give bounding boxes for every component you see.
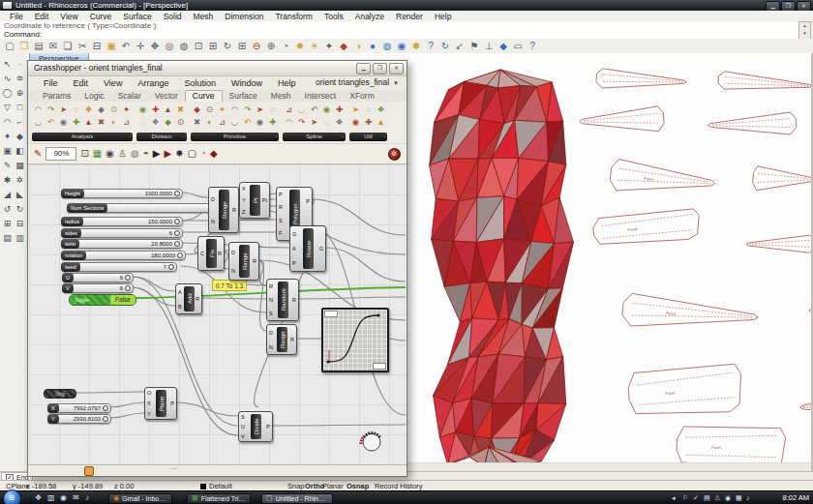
slider-seed[interactable]: seed7 [61, 262, 177, 272]
mesh-tower[interactable] [430, 70, 574, 468]
lock-icon[interactable]: ✦ [322, 40, 336, 53]
start-button[interactable]: ⊞ [3, 489, 21, 504]
menu-mesh[interactable]: Mesh [188, 12, 220, 21]
shade-icon[interactable]: ◔ [279, 40, 292, 53]
side-tool-icon-4[interactable]: ◯ [1, 86, 14, 101]
menu-tools[interactable]: Tools [318, 12, 349, 21]
curve-tool-icon[interactable]: ↷ [45, 104, 57, 116]
tab-vector[interactable]: Vector [148, 91, 185, 102]
taskbar-clock[interactable]: 8:02 AM [782, 491, 809, 504]
curve-tool-icon[interactable]: ◌ [266, 104, 279, 116]
panel-outline[interactable]: Panel [621, 293, 759, 338]
side-tool-icon-10[interactable]: ✦ [1, 130, 14, 144]
import-icon[interactable]: ↙ [453, 40, 467, 53]
taskbar-button[interactable]: ▢Untitled - Rhinocero... [261, 493, 333, 504]
curve-tool-icon[interactable]: ✚ [333, 104, 346, 116]
side-tool-icon-16[interactable]: ✱ [1, 173, 14, 188]
input-S[interactable]: S [279, 218, 283, 223]
curve-tool-icon[interactable]: ◠ [283, 116, 295, 129]
open-file-icon[interactable]: ❐ [17, 40, 31, 53]
menu-view[interactable]: View [54, 12, 83, 21]
slider-height[interactable]: Height1000.0000 [61, 189, 183, 198]
gh-menu-edit[interactable]: Edit [66, 78, 97, 88]
slider-knob[interactable] [174, 219, 180, 224]
input-N[interactable]: N [231, 268, 235, 274]
bake-icon[interactable]: ✸ [175, 148, 183, 160]
menu-transform[interactable]: Transform [269, 12, 317, 21]
curve-tool-icon[interactable]: ⊙ [107, 104, 120, 116]
gh-menu-window[interactable]: Window [224, 78, 270, 88]
zoom-level-select[interactable]: 90% [45, 147, 76, 161]
curve-tool-icon[interactable]: ◉ [136, 104, 149, 116]
side-tool-icon-13[interactable]: ◧ [14, 144, 26, 159]
curve-tool-icon[interactable]: ❖ [375, 104, 387, 116]
preview-eye-icon[interactable]: ◉ [105, 148, 114, 160]
browser-icon[interactable]: ◉ [60, 493, 67, 502]
grasshopper-canvas[interactable]: Toggle False Orig 0.7 To 1.3 Height1000.… [29, 164, 406, 464]
solve-force-icon[interactable]: ▶ [164, 148, 171, 160]
window-switcher-icon[interactable]: ▥ [47, 493, 55, 502]
tab-logic[interactable]: Logic [77, 91, 110, 102]
curve-tool-icon[interactable]: ❖ [82, 104, 95, 116]
curve-tool-icon[interactable]: ◆ [95, 104, 107, 116]
boolean-toggle[interactable]: Toggle False [69, 294, 136, 306]
curve-tool-icon[interactable]: ⊙ [203, 104, 216, 116]
media-icon[interactable]: ♪ [85, 493, 89, 502]
curve-tool-icon[interactable]: ✖ [95, 116, 107, 129]
graph-mapper[interactable] [321, 308, 389, 372]
panel-outline[interactable] [746, 235, 811, 255]
input-X[interactable]: X [242, 186, 246, 192]
output-R[interactable]: R [253, 258, 256, 264]
group-icon[interactable]: ▢ [188, 148, 196, 160]
side-tool-icon-17[interactable]: ✲ [14, 173, 26, 188]
slider-radius[interactable]: radius150.0000 [61, 217, 183, 226]
perp-icon[interactable]: ⊥ [482, 40, 496, 53]
curve-tool-icon[interactable]: ◡ [295, 104, 308, 116]
curve-tool-icon[interactable]: ◐ [203, 116, 216, 129]
slider-knob[interactable] [177, 252, 183, 258]
pan-icon[interactable]: ✛ [134, 40, 147, 53]
curve-tool-icon[interactable]: ◆ [162, 116, 174, 129]
group-expand-icon[interactable]: ▫ [183, 133, 185, 141]
curve-tool-icon[interactable]: ◡ [32, 116, 45, 129]
slider-knob[interactable] [103, 405, 108, 411]
curve-tool-icon[interactable]: ✚ [362, 116, 375, 129]
curve-tool-icon[interactable]: ◡ [228, 116, 241, 129]
side-tool-icon-23[interactable]: ⊟ [14, 217, 26, 231]
gh-menu-file[interactable]: File [36, 78, 66, 88]
record-button[interactable]: ⊘ [388, 148, 401, 161]
rotate-view-icon[interactable]: ↻ [221, 40, 234, 53]
input-G[interactable]: G [292, 231, 296, 237]
tray-icon-3[interactable]: ▤ [704, 494, 710, 502]
gh-menu-solution[interactable]: Solution [176, 78, 224, 88]
group-expand-icon[interactable]: ▫ [342, 133, 344, 141]
curve-tool-icon[interactable]: ⊿ [216, 116, 228, 129]
curve-tool-icon[interactable]: ❖ [149, 116, 162, 129]
tab-scalar[interactable]: Scalar [111, 91, 148, 102]
color-wheel-icon[interactable]: ◑ [351, 40, 365, 53]
input-A[interactable]: A [178, 289, 182, 295]
zoom-dynamic-icon[interactable]: ◍ [177, 40, 191, 53]
input-D[interactable]: D [269, 330, 273, 336]
input-S[interactable]: S [241, 414, 245, 420]
tray-icon-4[interactable]: ⚠ [714, 494, 720, 502]
input-D[interactable]: D [231, 250, 235, 255]
cloud-icon[interactable]: ◔ [200, 148, 206, 160]
side-tool-icon-15[interactable]: ▦ [14, 159, 26, 173]
group-expand-icon[interactable]: ▫ [129, 133, 131, 141]
curve-tool-icon[interactable]: ◌ [362, 104, 375, 116]
output-G[interactable]: G [319, 246, 323, 252]
curve-tool-icon[interactable]: ◉ [57, 116, 70, 129]
panel-outline[interactable] [752, 165, 811, 193]
taskbar-button[interactable]: ◉Gmail - Inbox - and... [108, 493, 172, 504]
menu-surface[interactable]: Surface [117, 12, 157, 21]
mail-icon[interactable]: ✉ [73, 493, 79, 502]
side-tool-icon-6[interactable]: ▽ [1, 101, 14, 115]
slider-knob[interactable] [174, 191, 180, 196]
curve-tool-icon[interactable]: ◐ [107, 116, 120, 129]
flattened-panels[interactable]: PanelPanelPanelPanelPanel [579, 68, 811, 469]
component-range[interactable]: RangeDNR [208, 187, 239, 233]
input-R[interactable]: R [279, 204, 283, 210]
gem2-icon[interactable]: ◆ [210, 148, 218, 160]
input-P[interactable]: P [292, 260, 296, 266]
